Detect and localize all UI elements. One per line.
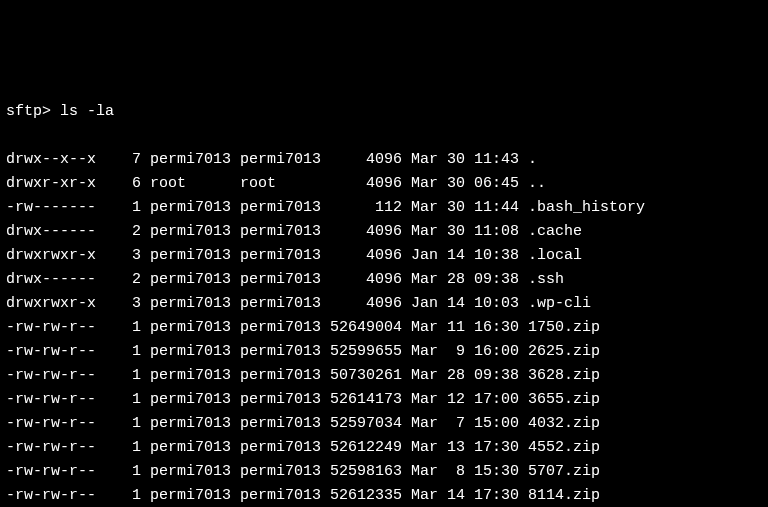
listing-row: drwx------ 2 permi7013 permi7013 4096 Ma… — [6, 220, 762, 244]
listing-row: drwx------ 2 permi7013 permi7013 4096 Ma… — [6, 268, 762, 292]
listing-row: -rw-rw-r-- 1 permi7013 permi7013 5261224… — [6, 436, 762, 460]
listing-row: -rw-rw-r-- 1 permi7013 permi7013 5259703… — [6, 412, 762, 436]
listing-row: -rw-rw-r-- 1 permi7013 permi7013 5261233… — [6, 484, 762, 507]
command-text: ls -la — [60, 103, 114, 120]
terminal-prompt-line[interactable]: sftp> ls -la — [6, 100, 762, 124]
listing-row: -rw------- 1 permi7013 permi7013 112 Mar… — [6, 196, 762, 220]
listing-row: drwx--x--x 7 permi7013 permi7013 4096 Ma… — [6, 148, 762, 172]
listing-row: drwxr-xr-x 6 root root 4096 Mar 30 06:45… — [6, 172, 762, 196]
listing-row: -rw-rw-r-- 1 permi7013 permi7013 5259816… — [6, 460, 762, 484]
listing-row: -rw-rw-r-- 1 permi7013 permi7013 5073026… — [6, 364, 762, 388]
listing-row: -rw-rw-r-- 1 permi7013 permi7013 5264900… — [6, 316, 762, 340]
listing-row: drwxrwxr-x 3 permi7013 permi7013 4096 Ja… — [6, 244, 762, 268]
prompt-text: sftp> — [6, 103, 51, 120]
listing-row: -rw-rw-r-- 1 permi7013 permi7013 5259965… — [6, 340, 762, 364]
directory-listing: drwx--x--x 7 permi7013 permi7013 4096 Ma… — [6, 148, 762, 507]
listing-row: -rw-rw-r-- 1 permi7013 permi7013 5261417… — [6, 388, 762, 412]
listing-row: drwxrwxr-x 3 permi7013 permi7013 4096 Ja… — [6, 292, 762, 316]
